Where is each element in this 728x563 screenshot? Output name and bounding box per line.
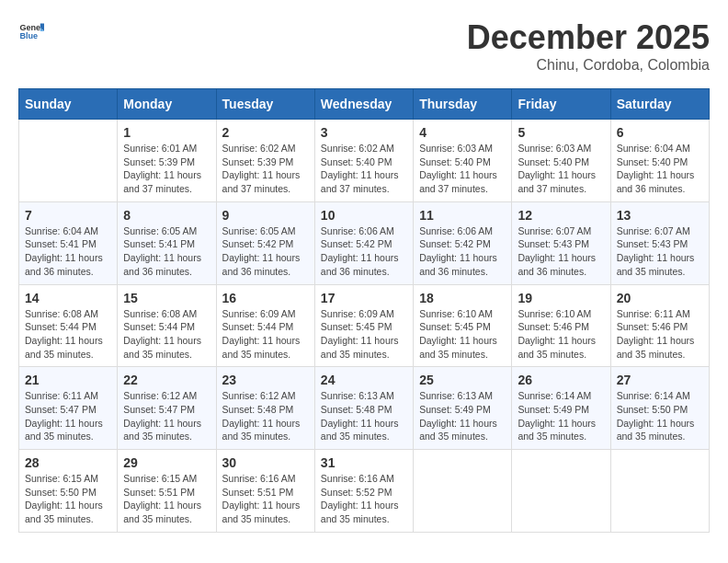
calendar-day-cell: 27Sunrise: 6:14 AMSunset: 5:50 PMDayligh…: [610, 367, 709, 450]
calendar-day-cell: 19Sunrise: 6:10 AMSunset: 5:46 PMDayligh…: [512, 284, 610, 367]
day-info: Sunrise: 6:13 AMSunset: 5:48 PMDaylight:…: [321, 389, 407, 443]
calendar-day-cell: 11Sunrise: 6:06 AMSunset: 5:42 PMDayligh…: [414, 201, 512, 284]
calendar-day-cell: 5Sunrise: 6:03 AMSunset: 5:40 PMDaylight…: [512, 120, 610, 202]
calendar-day-cell: 21Sunrise: 6:11 AMSunset: 5:47 PMDayligh…: [19, 367, 118, 450]
day-info: Sunrise: 6:06 AMSunset: 5:42 PMDaylight:…: [321, 224, 407, 279]
day-number: 11: [419, 208, 506, 223]
calendar-week-row: 1Sunrise: 6:01 AMSunset: 5:39 PMDaylight…: [19, 120, 710, 202]
day-number: 14: [25, 291, 111, 305]
calendar-week-row: 28Sunrise: 6:15 AMSunset: 5:50 PMDayligh…: [19, 450, 710, 533]
calendar-day-cell: [414, 450, 512, 533]
calendar-day-cell: 8Sunrise: 6:05 AMSunset: 5:41 PMDaylight…: [118, 201, 216, 284]
calendar-day-cell: 29Sunrise: 6:15 AMSunset: 5:51 PMDayligh…: [118, 450, 216, 533]
title-area: December 2025 Chinu, Cordoba, Colombia: [467, 18, 710, 74]
day-info: Sunrise: 6:03 AMSunset: 5:40 PMDaylight:…: [419, 142, 506, 196]
calendar-table: SundayMondayTuesdayWednesdayThursdayFrid…: [18, 88, 710, 533]
weekday-header-friday: Friday: [512, 89, 610, 120]
day-number: 1: [123, 125, 210, 140]
calendar-day-cell: 18Sunrise: 6:10 AMSunset: 5:45 PMDayligh…: [414, 284, 512, 367]
calendar-day-cell: 13Sunrise: 6:07 AMSunset: 5:43 PMDayligh…: [610, 201, 709, 284]
day-info: Sunrise: 6:15 AMSunset: 5:50 PMDaylight:…: [25, 472, 111, 526]
day-number: 17: [321, 291, 407, 305]
day-number: 23: [222, 373, 309, 387]
calendar-day-cell: 3Sunrise: 6:02 AMSunset: 5:40 PMDaylight…: [314, 120, 413, 202]
calendar-day-cell: 31Sunrise: 6:16 AMSunset: 5:52 PMDayligh…: [314, 450, 413, 533]
calendar-day-cell: 23Sunrise: 6:12 AMSunset: 5:48 PMDayligh…: [216, 367, 314, 450]
day-number: 20: [617, 291, 703, 305]
day-number: 21: [25, 373, 111, 387]
logo-icon: General Blue: [18, 18, 44, 44]
page-header: General Blue December 2025 Chinu, Cordob…: [18, 18, 710, 74]
day-info: Sunrise: 6:02 AMSunset: 5:39 PMDaylight:…: [222, 142, 309, 196]
day-info: Sunrise: 6:09 AMSunset: 5:45 PMDaylight:…: [321, 307, 407, 362]
calendar-day-cell: 20Sunrise: 6:11 AMSunset: 5:46 PMDayligh…: [610, 284, 709, 367]
calendar-week-row: 14Sunrise: 6:08 AMSunset: 5:44 PMDayligh…: [19, 284, 710, 367]
day-number: 7: [25, 208, 111, 223]
svg-text:Blue: Blue: [19, 31, 38, 40]
weekday-header-saturday: Saturday: [610, 89, 709, 120]
day-number: 29: [123, 455, 210, 470]
weekday-header-row: SundayMondayTuesdayWednesdayThursdayFrid…: [19, 89, 710, 120]
weekday-header-monday: Monday: [118, 89, 216, 120]
day-info: Sunrise: 6:05 AMSunset: 5:42 PMDaylight:…: [222, 224, 309, 279]
weekday-header-tuesday: Tuesday: [216, 89, 314, 120]
day-number: 31: [321, 455, 407, 470]
day-info: Sunrise: 6:16 AMSunset: 5:51 PMDaylight:…: [222, 472, 309, 526]
day-number: 5: [518, 125, 604, 140]
calendar-day-cell: [19, 120, 118, 202]
location-subtitle: Chinu, Cordoba, Colombia: [467, 57, 710, 74]
day-info: Sunrise: 6:05 AMSunset: 5:41 PMDaylight:…: [123, 224, 210, 279]
day-info: Sunrise: 6:11 AMSunset: 5:46 PMDaylight:…: [617, 307, 703, 362]
calendar-day-cell: [512, 450, 610, 533]
calendar-day-cell: 26Sunrise: 6:14 AMSunset: 5:49 PMDayligh…: [512, 367, 610, 450]
day-info: Sunrise: 6:08 AMSunset: 5:44 PMDaylight:…: [25, 307, 111, 362]
day-number: 27: [617, 373, 703, 387]
day-info: Sunrise: 6:13 AMSunset: 5:49 PMDaylight:…: [419, 389, 506, 443]
day-info: Sunrise: 6:15 AMSunset: 5:51 PMDaylight:…: [123, 472, 210, 526]
calendar-day-cell: 6Sunrise: 6:04 AMSunset: 5:40 PMDaylight…: [610, 120, 709, 202]
calendar-day-cell: 28Sunrise: 6:15 AMSunset: 5:50 PMDayligh…: [19, 450, 118, 533]
day-number: 12: [518, 208, 604, 223]
day-info: Sunrise: 6:01 AMSunset: 5:39 PMDaylight:…: [123, 142, 210, 196]
day-number: 3: [321, 125, 407, 140]
day-number: 2: [222, 125, 309, 140]
calendar-week-row: 21Sunrise: 6:11 AMSunset: 5:47 PMDayligh…: [19, 367, 710, 450]
calendar-day-cell: 25Sunrise: 6:13 AMSunset: 5:49 PMDayligh…: [414, 367, 512, 450]
calendar-day-cell: 1Sunrise: 6:01 AMSunset: 5:39 PMDaylight…: [118, 120, 216, 202]
day-info: Sunrise: 6:12 AMSunset: 5:48 PMDaylight:…: [222, 389, 309, 443]
weekday-header-wednesday: Wednesday: [314, 89, 413, 120]
day-info: Sunrise: 6:11 AMSunset: 5:47 PMDaylight:…: [25, 389, 111, 443]
day-info: Sunrise: 6:06 AMSunset: 5:42 PMDaylight:…: [419, 224, 506, 279]
day-number: 4: [419, 125, 506, 140]
calendar-day-cell: 14Sunrise: 6:08 AMSunset: 5:44 PMDayligh…: [19, 284, 118, 367]
calendar-day-cell: 9Sunrise: 6:05 AMSunset: 5:42 PMDaylight…: [216, 201, 314, 284]
day-info: Sunrise: 6:14 AMSunset: 5:49 PMDaylight:…: [518, 389, 604, 443]
calendar-day-cell: 24Sunrise: 6:13 AMSunset: 5:48 PMDayligh…: [314, 367, 413, 450]
day-info: Sunrise: 6:04 AMSunset: 5:41 PMDaylight:…: [25, 224, 111, 279]
day-number: 10: [321, 208, 407, 223]
calendar-day-cell: 7Sunrise: 6:04 AMSunset: 5:41 PMDaylight…: [19, 201, 118, 284]
day-info: Sunrise: 6:04 AMSunset: 5:40 PMDaylight:…: [617, 142, 703, 196]
calendar-day-cell: 16Sunrise: 6:09 AMSunset: 5:44 PMDayligh…: [216, 284, 314, 367]
day-number: 22: [123, 373, 210, 387]
day-number: 15: [123, 291, 210, 305]
month-year-title: December 2025: [467, 18, 710, 57]
weekday-header-sunday: Sunday: [19, 89, 118, 120]
day-number: 9: [222, 208, 309, 223]
day-info: Sunrise: 6:07 AMSunset: 5:43 PMDaylight:…: [617, 224, 703, 279]
day-number: 28: [25, 455, 111, 470]
day-info: Sunrise: 6:07 AMSunset: 5:43 PMDaylight:…: [518, 224, 604, 279]
day-info: Sunrise: 6:16 AMSunset: 5:52 PMDaylight:…: [321, 472, 407, 526]
day-info: Sunrise: 6:12 AMSunset: 5:47 PMDaylight:…: [123, 389, 210, 443]
day-number: 8: [123, 208, 210, 223]
day-number: 24: [321, 373, 407, 387]
day-number: 16: [222, 291, 309, 305]
weekday-header-thursday: Thursday: [414, 89, 512, 120]
logo: General Blue: [18, 18, 44, 44]
calendar-day-cell: 30Sunrise: 6:16 AMSunset: 5:51 PMDayligh…: [216, 450, 314, 533]
day-info: Sunrise: 6:03 AMSunset: 5:40 PMDaylight:…: [518, 142, 604, 196]
day-number: 30: [222, 455, 309, 470]
calendar-day-cell: [610, 450, 709, 533]
calendar-day-cell: 4Sunrise: 6:03 AMSunset: 5:40 PMDaylight…: [414, 120, 512, 202]
calendar-week-row: 7Sunrise: 6:04 AMSunset: 5:41 PMDaylight…: [19, 201, 710, 284]
